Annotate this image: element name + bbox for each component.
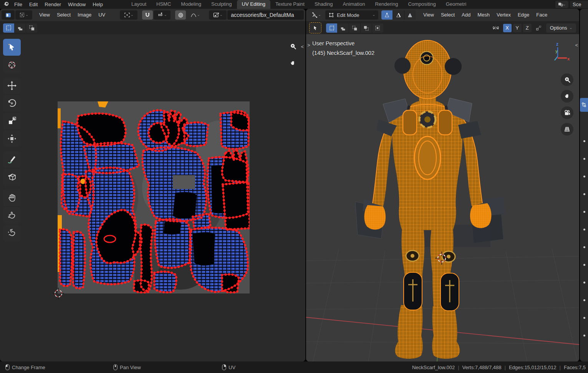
vp-pan-button[interactable] <box>561 90 573 103</box>
proportional-editing-toggle[interactable] <box>175 10 186 20</box>
vp-menu-add[interactable]: Add <box>459 9 474 21</box>
snap-settings-dropdown[interactable]: ⌄ <box>154 10 171 20</box>
uv-image[interactable] <box>58 101 250 293</box>
uv-editor-header: ⌄ View Select Image UV ⌄ ⌄ <box>0 9 305 22</box>
mode-dropdown[interactable]: Edit Mode ⌄ <box>325 10 378 20</box>
uv-menu-view[interactable]: View <box>36 9 53 21</box>
vp-menu-vertex[interactable]: Vertex <box>494 9 514 21</box>
menu-file[interactable]: File <box>11 0 26 9</box>
tab-shading[interactable]: Shading <box>310 0 338 9</box>
vp-menu-face[interactable]: Face <box>533 9 550 21</box>
tool-rotate[interactable] <box>3 95 21 112</box>
properties-tab-dot[interactable] <box>583 140 585 142</box>
image-browse-dropdown[interactable]: ⌄ <box>209 10 227 20</box>
tool-annotate[interactable] <box>3 151 21 168</box>
tool-tweak[interactable] <box>3 39 21 56</box>
uv-canvas[interactable]: < <box>0 34 305 361</box>
uv-pan-button[interactable] <box>287 57 299 70</box>
chevron-down-icon: ⌄ <box>131 13 134 17</box>
properties-tab-dot[interactable] <box>583 176 585 177</box>
uv-sidebar-toggle-icon[interactable]: < <box>301 44 304 49</box>
tab-rendering[interactable]: Rendering <box>370 0 403 9</box>
tab-texture-paint[interactable]: Texture Paint <box>270 0 310 9</box>
vp-select-intersect[interactable] <box>372 23 383 33</box>
properties-tab-dot[interactable] <box>583 317 585 319</box>
editor-type-3d-dropdown[interactable]: ⌄ <box>308 10 325 20</box>
tab-layout[interactable]: Layout <box>126 0 151 9</box>
tool-relax[interactable] <box>3 207 21 224</box>
properties-tab-dot[interactable] <box>583 282 585 283</box>
uv-select-mode-subtract[interactable] <box>26 23 37 33</box>
blender-logo-icon[interactable] <box>3 1 9 8</box>
select-mode-face[interactable] <box>404 10 416 20</box>
tool-cursor-2d[interactable] <box>3 56 21 73</box>
snap-falloff-icon[interactable] <box>533 23 545 33</box>
options-dropdown[interactable]: Options ⌄ <box>546 23 576 33</box>
scene-name-field[interactable]: Sce <box>570 1 588 8</box>
svg-text:x: x <box>567 56 570 61</box>
menu-help[interactable]: Help <box>89 0 106 9</box>
vp-select-extend[interactable] <box>337 23 349 33</box>
select-mode-vertex[interactable] <box>381 10 393 20</box>
proportional-falloff-dropdown[interactable]: ⌄ <box>187 10 204 20</box>
editor-type-uv-button[interactable] <box>2 10 15 20</box>
vp-tool-settings: X Y Z Options ⌄ <box>306 22 579 34</box>
tab-hsmc[interactable]: HSMC <box>151 0 176 9</box>
properties-tab-dot[interactable] <box>583 158 585 160</box>
vp-sidebar-toggle-icon[interactable]: < <box>575 43 578 48</box>
vp-camera-view-button[interactable] <box>561 106 573 119</box>
vp-select-invert[interactable] <box>360 23 372 33</box>
uv-zoom-button[interactable] <box>287 40 299 53</box>
tab-compositing[interactable]: Compositing <box>403 0 441 9</box>
tool-pinch[interactable] <box>3 225 21 242</box>
tool-scale[interactable] <box>3 113 21 129</box>
tab-animation[interactable]: Animation <box>338 0 370 9</box>
mirror-icon[interactable] <box>490 23 502 33</box>
vp-menu-mesh[interactable]: Mesh <box>474 9 493 21</box>
tab-modeling[interactable]: Modeling <box>176 0 206 9</box>
active-tool-tweak-button[interactable] <box>309 22 321 33</box>
vp-zoom-button[interactable] <box>561 73 573 86</box>
tab-sculpting[interactable]: Sculpting <box>206 0 237 9</box>
mirror-y-toggle[interactable]: Y <box>513 24 522 32</box>
uv-menu-select[interactable]: Select <box>54 9 74 21</box>
tool-rip-region[interactable] <box>3 169 21 186</box>
tool-move[interactable] <box>3 77 21 94</box>
properties-tab-dot[interactable] <box>583 193 585 195</box>
menu-window[interactable]: Window <box>65 0 89 9</box>
vp-select-subtract[interactable] <box>349 23 360 33</box>
image-name-field[interactable]: accessoriesfbx_DefaultMa <box>227 10 304 20</box>
properties-tab-dot[interactable] <box>583 299 585 301</box>
tool-grab[interactable] <box>3 189 21 206</box>
uv-select-mode-extend[interactable] <box>14 23 26 33</box>
properties-tab-dot[interactable] <box>583 229 585 230</box>
vp-menu-edge[interactable]: Edge <box>515 9 532 21</box>
viewport-canvas[interactable]: User Perspective (145) NeckScarf_low.002… <box>306 34 579 361</box>
uv-selection-mode-dropdown[interactable]: ⌄ <box>15 10 32 20</box>
menu-edit[interactable]: Edit <box>26 0 41 9</box>
tab-geometry-nodes[interactable]: Geometri <box>441 0 471 9</box>
browse-scene-button[interactable]: ⌄ <box>555 1 568 8</box>
pivot-point-dropdown[interactable]: ⌄ <box>120 10 137 20</box>
vp-menu-select[interactable]: Select <box>438 9 458 21</box>
tab-uv-editing[interactable]: UV Editing <box>237 0 270 9</box>
tool-transform[interactable] <box>3 130 21 147</box>
vp-toolbar-toggle-icon[interactable]: > <box>307 43 310 48</box>
properties-tab-dot[interactable] <box>583 246 585 248</box>
properties-tab-dot[interactable] <box>583 335 585 337</box>
mirror-z-toggle[interactable]: Z <box>523 24 532 32</box>
vp-menu-view[interactable]: View <box>420 9 437 21</box>
axis-gizmo[interactable]: z y x <box>548 41 570 63</box>
uv-menu-uv[interactable]: UV <box>95 9 108 21</box>
properties-tab-dot[interactable] <box>583 211 585 213</box>
vp-select-new[interactable] <box>326 23 337 33</box>
properties-tab-tool[interactable] <box>580 98 588 112</box>
menu-render[interactable]: Render <box>41 0 65 9</box>
vp-ortho-toggle-button[interactable] <box>561 123 573 136</box>
select-mode-edge[interactable] <box>393 10 404 20</box>
snap-toggle-button[interactable] <box>142 10 153 20</box>
properties-tab-dot[interactable] <box>583 264 585 266</box>
mirror-x-toggle[interactable]: X <box>503 24 512 32</box>
uv-menu-image[interactable]: Image <box>75 9 94 21</box>
uv-select-mode-new[interactable] <box>3 23 14 33</box>
